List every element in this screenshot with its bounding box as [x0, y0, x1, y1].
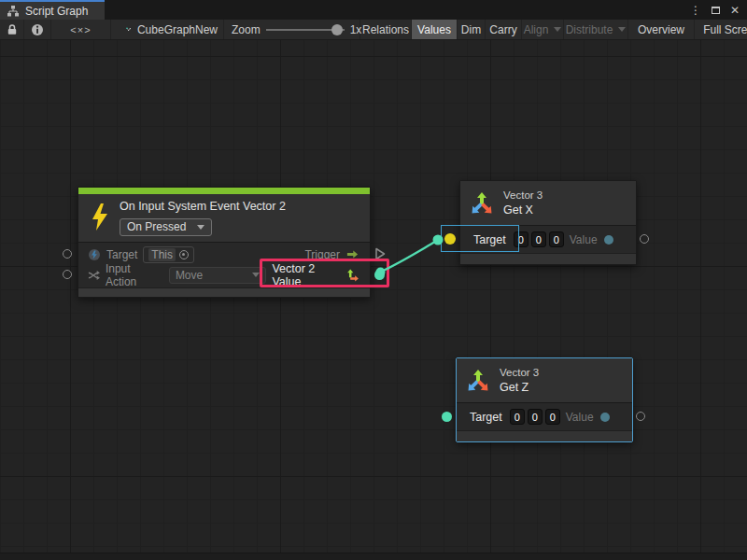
info-icon	[31, 23, 44, 36]
relations-label: Relations	[362, 23, 409, 36]
zoom-control: Zoom 1x	[224, 20, 360, 39]
target-input-port[interactable]	[442, 412, 452, 422]
event-node-footer	[78, 287, 370, 297]
value-output-port[interactable]	[640, 234, 649, 244]
chevron-down-icon	[554, 27, 561, 32]
connection-wire	[0, 40, 747, 560]
value-label: Value	[566, 411, 594, 424]
dim-label: Dim	[461, 23, 481, 36]
close-icon[interactable]: ✕	[730, 5, 740, 16]
vector3-icon	[470, 191, 494, 216]
value-label: Value	[570, 233, 598, 246]
get-z-titles: Vector 3 Get Z	[500, 367, 539, 394]
node-category: Vector 3	[503, 189, 543, 202]
node-vector3-get-x[interactable]: Vector 3 Get X Target 0 0 0 Value	[459, 180, 637, 265]
node-operation: Get Z	[500, 381, 539, 394]
target-label: Target	[470, 411, 502, 424]
get-z-footer	[457, 430, 632, 441]
fullscreen-label: Full Screen	[703, 23, 747, 36]
carry-label: Carry	[489, 23, 516, 36]
align-button[interactable]: Align	[522, 20, 564, 39]
node-on-input-system-event[interactable]: On Input System Event Vector 2 On Presse…	[78, 187, 371, 298]
vector-y-field[interactable]: 0	[531, 231, 546, 247]
vector-y-field[interactable]: 0	[528, 409, 543, 425]
distribute-button[interactable]: Distribute	[564, 20, 628, 39]
overview-button[interactable]: Overview	[628, 20, 695, 39]
distribute-label: Distribute	[566, 23, 613, 36]
event-mode-dropdown[interactable]: On Pressed	[120, 218, 212, 236]
lock-button[interactable]	[0, 20, 24, 39]
node-category: Vector 3	[500, 367, 539, 379]
get-x-titles: Vector 3 Get X	[503, 189, 543, 217]
value-output-port[interactable]	[636, 412, 645, 421]
get-x-footer	[460, 253, 636, 264]
value-highlight-red-box	[260, 259, 389, 287]
graph-icon	[126, 23, 131, 35]
tab-script-graph[interactable]: Script Graph	[0, 0, 105, 20]
event-node-title: On Input System Event Vector 2	[120, 200, 360, 214]
input-action-input-port[interactable]	[63, 270, 72, 279]
value-output: Value	[570, 233, 632, 246]
input-action-value: Move	[176, 269, 203, 282]
target-port-highlight-box	[441, 225, 519, 252]
values-label: Values	[417, 23, 451, 36]
chevron-down-icon	[618, 27, 626, 32]
input-action-dropdown[interactable]: Move	[169, 267, 267, 284]
event-badge-icon	[88, 248, 101, 261]
lock-icon	[7, 23, 18, 35]
get-z-header: Vector 3 Get Z	[457, 358, 632, 402]
chevron-down-icon	[197, 225, 204, 230]
get-z-target-row: Target 0 0 0 Value	[457, 402, 632, 430]
menu-icon[interactable]: ⋮	[690, 5, 701, 16]
fullscreen-button[interactable]: Full Screen	[695, 20, 747, 39]
input-action-icon	[88, 270, 100, 281]
info-button[interactable]	[24, 20, 51, 39]
hierarchy-icon	[7, 6, 20, 17]
target-object-value: This	[148, 248, 176, 261]
unity-script-graph-window: Script Graph ⋮ ✕ <×>	[0, 0, 747, 560]
value-port-dot	[600, 413, 610, 422]
node-vector3-get-z[interactable]: Vector 3 Get Z Target 0 0 0 Value	[456, 357, 633, 442]
zoom-label: Zoom	[232, 23, 261, 36]
tab-title: Script Graph	[25, 5, 88, 18]
dim-button[interactable]: Dim	[458, 20, 486, 39]
event-mode-value: On Pressed	[127, 220, 186, 233]
graph-reference-button[interactable]: CubeGraphNew	[111, 20, 224, 39]
vector3-default-fields: 0 0 0	[514, 231, 564, 247]
target-object-field[interactable]: This	[143, 246, 194, 263]
tab-bar: Script Graph ⋮ ✕	[0, 0, 747, 20]
lightning-bolt-icon	[91, 203, 109, 231]
canvas-bottom-edge	[0, 553, 747, 560]
vector3-icon	[466, 369, 490, 393]
values-button[interactable]: Values	[412, 20, 458, 39]
relations-button[interactable]: Relations	[360, 20, 412, 39]
maximize-icon[interactable]	[712, 7, 720, 14]
overview-label: Overview	[638, 23, 684, 36]
value-output: Value	[566, 411, 628, 424]
value-port-dot	[604, 235, 613, 245]
edit-source-button[interactable]: <×>	[51, 20, 111, 39]
zoom-slider[interactable]	[266, 24, 345, 35]
graph-canvas[interactable]: On Input System Event Vector 2 On Presse…	[0, 40, 747, 560]
vector-z-field[interactable]: 0	[545, 409, 560, 425]
object-picker-icon[interactable]	[179, 250, 189, 259]
event-node-accent-bar	[78, 188, 370, 194]
node-operation: Get X	[503, 203, 543, 217]
get-x-header: Vector 3 Get X	[460, 181, 636, 225]
vector-z-field[interactable]: 0	[549, 231, 564, 247]
code-icon: <×>	[70, 24, 91, 35]
window-controls: ⋮ ✕	[690, 0, 747, 20]
align-label: Align	[524, 23, 549, 36]
target-label: Target	[106, 248, 137, 261]
input-action-label: Input Action	[106, 262, 160, 288]
graph-name: CubeGraphNew	[137, 23, 218, 36]
vector3-default-fields: 0 0 0	[510, 409, 560, 425]
vector-x-field[interactable]: 0	[510, 409, 525, 425]
event-node-header: On Input System Event Vector 2 On Presse…	[78, 194, 370, 242]
carry-button[interactable]: Carry	[486, 20, 522, 39]
target-input-port[interactable]	[63, 249, 72, 259]
zoom-slider-handle[interactable]	[331, 24, 343, 35]
graph-toolbar: <×> CubeGraphNew Zoom 1x Relations Value…	[0, 20, 747, 40]
